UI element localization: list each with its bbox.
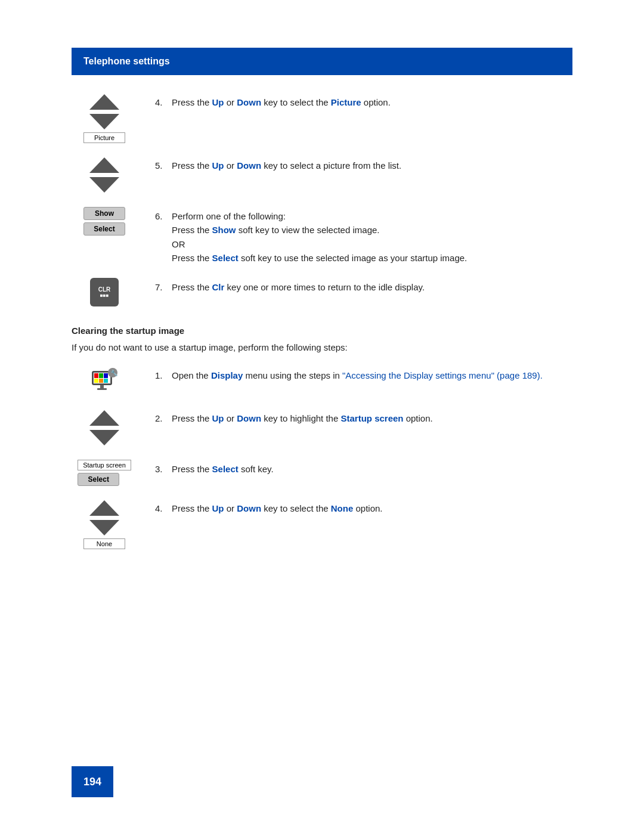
picture-label: Picture (83, 132, 125, 143)
step-b1-text-inner: 1. Open the Display menu using the steps… (155, 368, 572, 382)
step-5-num: 5. (155, 159, 168, 172)
step-5-text: 5. Press the Up or Down key to select a … (155, 156, 572, 172)
step-b2-icon-col (72, 409, 137, 447)
display-settings-link[interactable]: "Accessing the Display settings menu" (p… (342, 370, 543, 380)
clr-key-label: Clr (212, 282, 225, 292)
step-b4-row: None 4. Press the Up or Down key to sele… (72, 499, 572, 549)
step-b4-num: 4. (155, 501, 168, 515)
step-5-icon-col (72, 156, 137, 194)
step-4-text: 4. Press the Up or Down key to select th… (155, 93, 572, 109)
down-arrow-icon-3 (83, 429, 125, 447)
step-b4-text: 4. Press the Up or Down key to select th… (155, 499, 572, 515)
step-b1-text: 1. Open the Display menu using the steps… (155, 366, 572, 382)
step-6-num: 6. (155, 209, 168, 265)
step-7-content: Press the Clr key one or more times to r… (172, 280, 425, 294)
step-b3-text: 3. Press the Select soft key. (155, 460, 572, 476)
clearing-intro: If you do not want to use a startup imag… (72, 340, 572, 354)
step-b2-text-inner: 2. Press the Up or Down key to highlight… (155, 411, 572, 425)
display-menu-icon: 🔧 (89, 366, 119, 396)
step-b1-row: 🔧 1. Open the Display menu using the ste… (72, 366, 572, 396)
clr-key-subtext: ■■■ (100, 293, 109, 298)
svg-rect-6 (94, 373, 98, 378)
svg-marker-16 (89, 410, 119, 426)
clr-key-icon: CLR ■■■ (90, 278, 119, 306)
steps-bottom: 🔧 1. Open the Display menu using the ste… (72, 366, 572, 549)
step-4-num: 4. (155, 95, 168, 109)
startup-screen-label: Startup screen (340, 413, 403, 423)
select-soft-key-2[interactable]: Select (78, 473, 119, 486)
section-header: Telephone settings (72, 48, 572, 75)
up-key-label-3: Up (212, 413, 224, 423)
clearing-section: Clearing the startup image If you do not… (72, 326, 572, 354)
select-key-label: Select (212, 253, 239, 263)
step-b3-icon-col: Startup screen Select (72, 460, 137, 486)
step-6-text-inner: 6. Perform one of the following: Press t… (155, 209, 572, 265)
svg-marker-17 (89, 430, 119, 445)
svg-marker-2 (89, 157, 119, 173)
step-4-content: Press the Up or Down key to select the P… (172, 95, 391, 109)
startup-select-keys: Startup screen Select (78, 460, 131, 486)
down-arrow-icon-2 (83, 176, 125, 194)
up-arrow-icon-3 (83, 409, 125, 427)
step-b4-text-inner: 4. Press the Up or Down key to select th… (155, 501, 572, 515)
step-b4-icon: None (83, 499, 125, 549)
step-b1-content: Open the Display menu using the steps in… (172, 368, 543, 382)
svg-marker-18 (89, 500, 119, 516)
page-number: 194 (72, 766, 113, 797)
svg-rect-9 (94, 379, 98, 383)
svg-rect-12 (100, 385, 104, 388)
step-5-content: Press the Up or Down key to select a pic… (172, 159, 401, 172)
svg-marker-0 (89, 94, 119, 110)
clearing-heading: Clearing the startup image (72, 326, 572, 336)
step-b2-content: Press the Up or Down key to highlight th… (172, 411, 433, 425)
step-4-text-inner: 4. Press the Up or Down key to select th… (155, 95, 572, 109)
none-option-label: None (331, 503, 354, 513)
svg-marker-19 (89, 520, 119, 535)
step-b3-text-inner: 3. Press the Select soft key. (155, 462, 572, 476)
svg-rect-10 (99, 379, 103, 383)
step-b4-content: Press the Up or Down key to select the N… (172, 501, 383, 515)
step-7-num: 7. (155, 280, 168, 294)
up-key-label: Up (212, 97, 224, 107)
down-key-label-2: Down (237, 160, 261, 171)
step-6-icon-col: Show Select (72, 207, 137, 236)
step-7-text-inner: 7. Press the Clr key one or more times t… (155, 280, 572, 294)
svg-text:🔧: 🔧 (110, 369, 118, 377)
startup-screen-label-box: Startup screen (78, 460, 131, 470)
step-b2-icon (83, 409, 125, 447)
show-key-label: Show (212, 225, 236, 235)
steps-top: Picture 4. Press the Up or Down key to s… (72, 93, 572, 306)
step-b3-num: 3. (155, 462, 168, 476)
svg-rect-8 (104, 373, 108, 378)
show-soft-key[interactable]: Show (83, 207, 125, 220)
step-b3-content: Press the Select soft key. (172, 462, 274, 476)
step-b1-num: 1. (155, 368, 168, 382)
step-6-row: Show Select 6. Perform one of the follow… (72, 207, 572, 265)
select-soft-key[interactable]: Select (83, 222, 125, 236)
down-key-label-3: Down (237, 413, 261, 423)
down-arrow-icon-4 (83, 519, 125, 537)
step-b3-row: Startup screen Select 3. Press the Selec… (72, 460, 572, 486)
show-select-keys: Show Select (83, 207, 125, 236)
step-5-icon (83, 156, 125, 194)
up-arrow-icon (83, 93, 125, 111)
step-7-text: 7. Press the Clr key one or more times t… (155, 278, 572, 294)
svg-marker-1 (89, 114, 119, 129)
svg-rect-7 (99, 373, 103, 378)
down-key-label: Down (237, 97, 261, 107)
page-container: Telephone settings Picture 4. P (0, 0, 644, 597)
svg-rect-11 (104, 379, 108, 383)
step-7-row: CLR ■■■ 7. Press the Clr key one or more… (72, 278, 572, 306)
none-label: None (83, 538, 125, 549)
down-key-label-4: Down (237, 503, 261, 513)
step-b4-icon-col: None (72, 499, 137, 549)
down-arrow-icon (83, 113, 125, 131)
step-5-text-inner: 5. Press the Up or Down key to select a … (155, 159, 572, 172)
step-4-icon-col: Picture (72, 93, 137, 143)
svg-rect-13 (97, 388, 107, 390)
up-arrow-icon-4 (83, 499, 125, 517)
select-key-label-2: Select (212, 464, 239, 474)
svg-marker-3 (89, 177, 119, 193)
step-6-content: Perform one of the following: Press the … (172, 209, 467, 265)
step-5-row: 5. Press the Up or Down key to select a … (72, 156, 572, 194)
